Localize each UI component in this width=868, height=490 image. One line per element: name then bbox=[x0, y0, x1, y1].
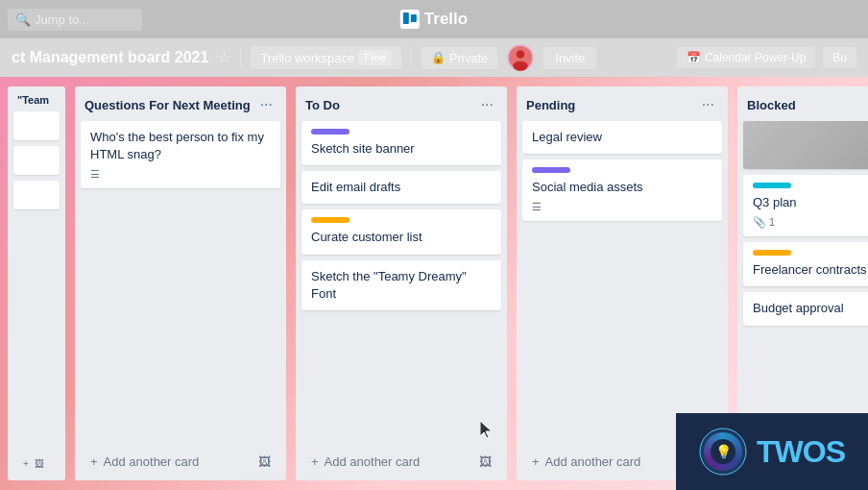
attachment-icon-b2: 📎 1 bbox=[753, 216, 775, 229]
avatar bbox=[507, 44, 534, 71]
workspace-label: Trello workspace bbox=[260, 51, 354, 65]
list-title-todo: To Do bbox=[305, 98, 477, 112]
card-title-b4: Budget approval bbox=[753, 300, 868, 317]
list-header-pending: Pending ··· bbox=[517, 86, 728, 121]
watermark-logo: 💡 💡 bbox=[699, 428, 747, 476]
watermark: 💡 💡 TWOS bbox=[676, 413, 868, 490]
list-team-work: "Team + 🖼 bbox=[8, 86, 65, 480]
trello-icon bbox=[400, 10, 420, 29]
divider-1 bbox=[240, 48, 241, 67]
card-label-b3 bbox=[753, 250, 791, 256]
add-card-label-pending: Add another card bbox=[545, 454, 641, 469]
star-icon[interactable]: ☆ bbox=[218, 50, 230, 65]
card-p1[interactable]: Legal review bbox=[522, 121, 722, 154]
card-td3[interactable]: Curate customer list bbox=[301, 209, 501, 254]
app-title: Trello bbox=[424, 10, 468, 29]
board-header: ct Management board 2021 ☆ Trello worksp… bbox=[0, 38, 868, 77]
add-card-btn-questions[interactable]: + Add another card 🖼 bbox=[81, 449, 280, 475]
svg-point-1 bbox=[517, 50, 525, 59]
plus-icon-questions: + bbox=[90, 454, 98, 469]
description-icon-p2: ☰ bbox=[532, 201, 542, 213]
card-title-p2: Social media assets bbox=[532, 179, 712, 196]
divider-2 bbox=[411, 48, 412, 67]
card-td2[interactable]: Edit email drafts bbox=[301, 171, 501, 204]
svg-point-2 bbox=[514, 61, 528, 70]
card-b1[interactable] bbox=[743, 121, 868, 169]
list-questions: Questions For Next Meeting ··· Who's the… bbox=[75, 86, 286, 480]
card-label-p2 bbox=[532, 167, 570, 173]
card-tw3[interactable] bbox=[13, 181, 60, 209]
template-icon-todo: 🖼 bbox=[479, 454, 492, 469]
list-header-blocked: Blocked ··· bbox=[737, 86, 868, 121]
card-td1[interactable]: Sketch site banner bbox=[301, 121, 501, 165]
list-cards-todo: Sketch site banner Edit email drafts Cur… bbox=[296, 121, 507, 445]
list-title-questions: Questions For Next Meeting bbox=[84, 98, 256, 112]
bu-button[interactable]: Bu bbox=[823, 47, 856, 68]
privacy-label: Private bbox=[449, 51, 488, 65]
list-menu-pending[interactable]: ··· bbox=[698, 94, 718, 115]
list-cards-pending: Legal review Social media assets ☰ bbox=[517, 121, 728, 445]
top-nav: 🔍 Trello bbox=[0, 0, 868, 38]
add-card-btn-todo[interactable]: + Add another card 🖼 bbox=[301, 449, 501, 475]
card-title-td4: Sketch the "Teamy Dreamy" Font bbox=[311, 268, 492, 303]
card-q1[interactable]: Who's the best person to fix my HTML sna… bbox=[81, 121, 280, 188]
card-icons-b2: 📎 1 bbox=[753, 216, 868, 229]
search-box[interactable]: 🔍 bbox=[8, 9, 142, 31]
card-title-td1: Sketch site banner bbox=[311, 140, 492, 158]
add-card-label-todo: Add another card bbox=[325, 454, 421, 469]
search-icon: 🔍 bbox=[15, 12, 31, 27]
plus-icon-todo: + bbox=[311, 454, 319, 469]
card-tw2[interactable] bbox=[13, 146, 60, 175]
list-header-todo: To Do ··· bbox=[296, 86, 507, 121]
header-right: 📅 Calendar Power-Up Bu bbox=[677, 47, 856, 68]
add-icon-card-tw: 🖼 bbox=[35, 458, 44, 469]
description-icon-q1: ☰ bbox=[90, 168, 100, 181]
watermark-text: TWOS bbox=[757, 434, 845, 470]
list-header-questions: Questions For Next Meeting ··· bbox=[75, 86, 286, 121]
template-icon-questions: 🖼 bbox=[258, 454, 271, 469]
free-badge: Free bbox=[358, 50, 392, 65]
calendar-icon: 📅 bbox=[687, 51, 701, 64]
trello-logo: Trello bbox=[400, 10, 468, 29]
card-p2[interactable]: Social media assets ☰ bbox=[522, 159, 722, 221]
list-title-pending: Pending bbox=[526, 98, 698, 112]
privacy-button[interactable]: 🔒 Private bbox=[422, 47, 497, 69]
card-tw1[interactable] bbox=[13, 111, 60, 140]
card-b4[interactable]: Budget approval bbox=[743, 292, 868, 325]
card-label-td3 bbox=[311, 217, 350, 223]
add-icon-tw: + bbox=[23, 458, 29, 469]
list-header-team-work: "Team bbox=[8, 86, 65, 111]
list-menu-questions[interactable]: ··· bbox=[256, 94, 277, 115]
card-icons-p2: ☰ bbox=[532, 201, 712, 213]
list-todo: To Do ··· Sketch site banner Edit email … bbox=[296, 86, 507, 480]
list-cards-blocked: Q3 plan 📎 1 Freelancer contracts Budget … bbox=[737, 121, 868, 445]
add-card-label-questions: Add another card bbox=[104, 454, 200, 469]
card-title-p1: Legal review bbox=[532, 129, 712, 146]
workspace-button[interactable]: Trello workspace Free bbox=[251, 46, 400, 69]
card-title-td2: Edit email drafts bbox=[311, 179, 492, 196]
lock-icon: 🔒 bbox=[431, 51, 446, 64]
card-icons-q1: ☰ bbox=[90, 168, 271, 181]
card-td4[interactable]: Sketch the "Teamy Dreamy" Font bbox=[301, 260, 501, 310]
list-title-team-work: "Team bbox=[17, 94, 56, 106]
search-input[interactable] bbox=[35, 12, 131, 27]
card-title-b2: Q3 plan bbox=[753, 194, 868, 211]
card-title-q1: Who's the best person to fix my HTML sna… bbox=[90, 129, 271, 163]
calendar-label: Calendar Power-Up bbox=[705, 51, 806, 64]
bu-label: Bu bbox=[832, 51, 847, 64]
card-title-td3: Curate customer list bbox=[311, 229, 492, 246]
card-label-b2 bbox=[753, 183, 791, 188]
invite-button[interactable]: Invite bbox=[543, 47, 596, 69]
list-cards-team-work bbox=[8, 111, 65, 449]
board-title: ct Management board 2021 bbox=[12, 49, 208, 66]
card-title-b3: Freelancer contracts bbox=[753, 261, 868, 279]
list-cards-questions: Who's the best person to fix my HTML sna… bbox=[75, 121, 286, 445]
card-b3[interactable]: Freelancer contracts bbox=[743, 242, 868, 286]
list-title-blocked: Blocked bbox=[747, 98, 868, 112]
card-b2[interactable]: Q3 plan 📎 1 bbox=[743, 175, 868, 236]
plus-icon-pending: + bbox=[532, 454, 540, 469]
list-menu-todo[interactable]: ··· bbox=[477, 94, 497, 115]
card-label-td1 bbox=[311, 129, 350, 135]
calendar-power-up-button[interactable]: 📅 Calendar Power-Up bbox=[677, 47, 815, 68]
add-card-btn-team-work[interactable]: + 🖼 bbox=[13, 453, 60, 475]
